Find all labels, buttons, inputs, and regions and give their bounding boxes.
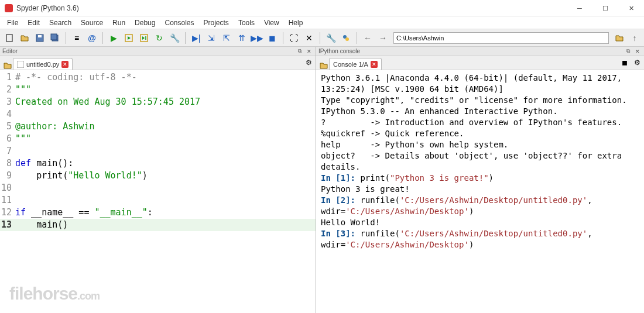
debug-step-icon[interactable]: ▶| [189, 31, 203, 45]
console-output: Python 3 is great! [321, 184, 639, 195]
separator [357, 32, 357, 44]
menu-debug[interactable]: Debug [130, 18, 160, 28]
working-dir-input[interactable] [393, 32, 609, 44]
close-tab-icon[interactable]: ✕ [61, 61, 68, 68]
console-tab-label: Console 1/A [333, 61, 368, 68]
menu-projects[interactable]: Projects [199, 18, 234, 28]
run-icon[interactable]: ▶ [107, 31, 121, 45]
save-all-icon[interactable] [48, 31, 62, 45]
python-path-icon[interactable] [339, 31, 353, 45]
close-tab-icon[interactable]: ✕ [371, 61, 378, 68]
window-controls: ─ ☐ ✕ [567, 0, 644, 16]
menu-run[interactable]: Run [108, 18, 130, 28]
code-editor[interactable]: 1# -*- coding: utf-8 -*- 2""" 3Created o… [0, 70, 316, 313]
run-selection-icon[interactable]: ↻ [152, 31, 166, 45]
svg-point-8 [345, 37, 349, 41]
console-pane-header: IPython console ⧉ ✕ [316, 47, 644, 56]
console-line: help -> Python's own help system. [321, 139, 639, 150]
outline-icon[interactable]: ≡ [70, 31, 84, 45]
console-input: In [2]: runfile('C:/Users/Ashwin/Desktop… [321, 195, 639, 217]
titlebar: Spyder (Python 3.6) ─ ☐ ✕ [0, 0, 644, 16]
at-icon[interactable]: @ [85, 31, 99, 45]
separator [102, 32, 103, 44]
fullscreen-icon[interactable]: ✕ [302, 31, 316, 45]
browse-dir-icon[interactable] [612, 31, 626, 45]
close-button[interactable]: ✕ [618, 0, 644, 16]
editor-tab[interactable]: untitled0.py ✕ [13, 58, 73, 70]
window-title: Spyder (Python 3.6) [16, 4, 79, 12]
editor-options-icon[interactable]: ⚙ [306, 59, 312, 67]
menu-edit[interactable]: Edit [23, 18, 44, 28]
menu-consoles[interactable]: Consoles [160, 18, 198, 28]
editor-pane-label: Editor [2, 48, 294, 54]
open-file-icon[interactable] [18, 31, 32, 45]
menu-file[interactable]: File [2, 18, 23, 28]
debug-icon[interactable]: 🔧 [167, 31, 181, 45]
run-cell-icon[interactable] [122, 31, 136, 45]
console-tab[interactable]: Console 1/A ✕ [329, 58, 382, 70]
save-icon[interactable] [33, 31, 47, 45]
menu-search[interactable]: Search [44, 18, 76, 28]
line-number: 11 [0, 194, 15, 207]
menubar: File Edit Search Source Run Debug Consol… [0, 16, 644, 29]
minimize-button[interactable]: ─ [567, 0, 592, 16]
new-file-icon[interactable] [2, 31, 16, 45]
menu-view[interactable]: View [259, 18, 284, 28]
line-number: 10 [0, 182, 15, 194]
close-pane-icon[interactable]: ✕ [305, 47, 313, 56]
spyder-logo-icon [5, 4, 13, 12]
editor-tabbar: untitled0.py ✕ ⚙ [0, 56, 316, 70]
close-pane-icon[interactable]: ✕ [633, 47, 642, 56]
separator [283, 32, 283, 44]
editor-pane-header: Editor ⧉ ✕ [0, 47, 316, 56]
svg-rect-4 [51, 34, 57, 40]
menu-source[interactable]: Source [76, 18, 108, 28]
console-output: Hello World! [321, 217, 639, 228]
debug-continue-icon[interactable]: ▶▶ [250, 31, 264, 45]
python-file-icon [17, 61, 24, 68]
run-cell-advance-icon[interactable] [137, 31, 151, 45]
debug-step-out-icon[interactable]: ⇈ [235, 31, 249, 45]
console-options-icon[interactable]: ⚙ [634, 59, 640, 67]
menu-tools[interactable]: Tools [234, 18, 259, 28]
console-pane: IPython console ⧉ ✕ Console 1/A ✕ ◼ ⚙ Py… [316, 47, 644, 313]
editor-tab-label: untitled0.py [26, 61, 59, 68]
separator [185, 32, 186, 44]
editor-pane: Editor ⧉ ✕ untitled0.py ✕ ⚙ 1# -*- codin… [0, 47, 316, 313]
console-pane-label: IPython console [318, 48, 623, 54]
console-stop-icon[interactable]: ◼ [622, 59, 628, 67]
separator [320, 32, 320, 44]
tab-folder-icon[interactable] [2, 61, 13, 70]
nav-back-icon[interactable]: ← [361, 31, 375, 45]
svg-rect-9 [17, 61, 24, 68]
preferences-icon[interactable]: 🔧 [324, 31, 338, 45]
debug-step-over-icon[interactable]: ⇱ [220, 31, 234, 45]
maximize-pane-icon[interactable]: ⛶ [287, 31, 301, 45]
console-line: object? -> Details about 'object', use '… [321, 150, 639, 173]
debug-stop-icon[interactable]: ◼ [265, 31, 279, 45]
menu-help[interactable]: Help [284, 18, 308, 28]
line-number: 8 [0, 157, 15, 170]
line-number: 3 [0, 96, 15, 108]
line-number: 4 [0, 108, 15, 121]
line-number: 2 [0, 84, 15, 96]
separator [66, 32, 66, 44]
undock-icon[interactable]: ⧉ [624, 47, 632, 56]
maximize-button[interactable]: ☐ [592, 0, 618, 16]
console-tabbar: Console 1/A ✕ ◼ ⚙ [316, 56, 644, 70]
nav-forward-icon[interactable]: → [376, 31, 390, 45]
tab-folder-icon[interactable] [318, 61, 329, 70]
ipython-console[interactable]: Python 3.6.1 |Anaconda 4.4.0 (64-bit)| (… [316, 70, 644, 313]
console-line: IPython 5.3.0 -- An enhanced Interactive… [321, 106, 639, 117]
svg-rect-0 [6, 35, 12, 42]
line-number: 7 [0, 145, 15, 157]
debug-step-into-icon[interactable]: ⇲ [204, 31, 218, 45]
console-line: Python 3.6.1 |Anaconda 4.4.0 (64-bit)| (… [321, 73, 639, 95]
console-line: ? -> Introduction and overview of IPytho… [321, 117, 639, 128]
undock-icon[interactable]: ⧉ [296, 47, 304, 56]
console-line: %quickref -> Quick reference. [321, 128, 639, 139]
console-input: In [3]: runfile('C:/Users/Ashwin/Desktop… [321, 228, 639, 250]
line-number: 13 [0, 219, 15, 231]
parent-dir-icon[interactable]: ↑ [628, 31, 642, 45]
console-input: In [1]: print("Python 3 is great!") [321, 173, 639, 184]
